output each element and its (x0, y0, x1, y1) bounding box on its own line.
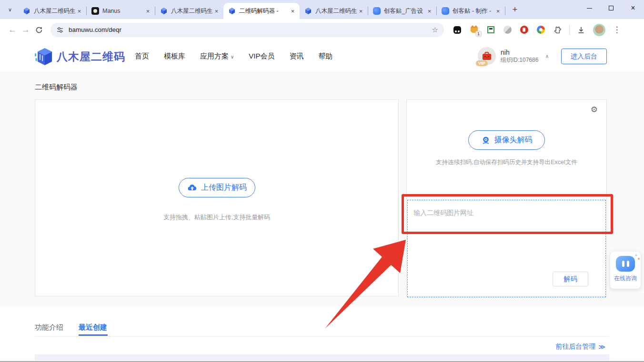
tab-recently-created[interactable]: 最近创建 (79, 323, 107, 332)
tab-search-button[interactable]: ∨ (4, 3, 16, 16)
browser-tab-active[interactable]: 二维码解码器 - × (223, 3, 300, 19)
darkreader-icon (453, 26, 461, 34)
nav-item-label: 应用方案 (200, 52, 229, 60)
reload-icon (35, 26, 43, 34)
nav-item-solutions[interactable]: 应用方案∨ (200, 52, 234, 61)
forward-button[interactable]: → (19, 23, 32, 37)
chevron-down-icon: ∨ (231, 54, 234, 59)
tab-title: 创客贴 - 制作 - (453, 7, 494, 15)
download-icon (577, 26, 585, 34)
upload-hint: 支持拖拽、粘贴图片上传,支持批量解码 (35, 213, 398, 222)
minimize-button[interactable] (578, 0, 600, 16)
chat-widget-label: 在线咨询 (610, 274, 641, 283)
screenshot-icon (487, 26, 494, 33)
user-avatar[interactable]: VIP (478, 47, 496, 65)
manus-icon (91, 7, 99, 15)
close-icon[interactable]: × (494, 7, 502, 15)
online-chat-widget[interactable]: 在线咨询 (610, 252, 641, 289)
qr-url-input[interactable] (413, 207, 597, 218)
address-bar[interactable]: ☆ (50, 23, 444, 37)
extensions-menu-button[interactable] (553, 25, 562, 35)
darkreader-extension-icon[interactable] (453, 25, 462, 35)
url-input[interactable] (69, 26, 432, 33)
tab-title: 八木屋二维码生 (315, 7, 357, 15)
close-icon[interactable]: × (425, 7, 433, 15)
new-tab-button[interactable]: + (509, 3, 521, 16)
puzzle-icon (553, 26, 562, 34)
browser-tab[interactable]: 创客贴_广告设 × (368, 3, 436, 19)
site-logo-text: 八木屋二维码 (57, 49, 125, 64)
nav-item-home[interactable]: 首页 (135, 52, 149, 61)
adblock-extension-icon[interactable] (519, 25, 529, 35)
browser-window: ∨ 八木屋二维码生 × Manus × 八木屋二维码生 × 二维码解码器 - ×… (0, 0, 644, 362)
bamuwu-cube-icon (228, 7, 236, 15)
maximize-button[interactable] (600, 0, 622, 16)
goto-backend-label: 前往后台管理 (555, 342, 595, 351)
chuangkit-icon (442, 7, 449, 15)
chat-robot-icon (616, 256, 635, 272)
chuangkit-icon (373, 7, 381, 15)
site-info-icon[interactable] (56, 26, 64, 34)
nav-item-help[interactable]: 帮助 (319, 52, 333, 61)
close-icon[interactable]: × (144, 7, 152, 15)
browser-tab[interactable]: 八木屋二维码生 × (155, 3, 223, 19)
browser-tab[interactable]: Manus × (87, 3, 155, 19)
chevron-up-icon[interactable]: ∧ (545, 53, 549, 59)
user-meta: nih 组织ID:107686 (501, 49, 538, 64)
window-controls: × (578, 0, 644, 16)
extension-badge: 1 (475, 31, 482, 37)
camera-decode-button[interactable]: 摄像头解码 (468, 130, 545, 150)
decode-button[interactable]: 解码 (553, 272, 588, 286)
browser-tab[interactable]: 创客贴 - 制作 - × (437, 3, 505, 19)
colorful-extension-icon[interactable] (536, 25, 545, 35)
screenshot-extension-icon[interactable] (486, 25, 495, 35)
gear-icon[interactable]: ⚙ (591, 105, 598, 115)
upload-image-decode-button[interactable]: 上传图片解码 (179, 178, 255, 197)
close-icon[interactable]: × (289, 7, 297, 15)
chevron-down-icon: ∨ (8, 7, 12, 13)
extensions-row: 1 (453, 25, 562, 35)
close-icon: × (631, 4, 635, 12)
browser-tab[interactable]: 八木屋二维码生 × (300, 3, 368, 19)
close-icon[interactable]: × (357, 7, 365, 15)
nav-item-templates[interactable]: 模板库 (164, 52, 185, 61)
close-icon[interactable]: × (75, 7, 83, 15)
user-org-id: 组织ID:107686 (501, 57, 538, 64)
gray-extension-icon[interactable] (503, 25, 512, 35)
monkey-extension-icon[interactable]: 1 (469, 25, 479, 35)
tab-title: 二维码解码器 - (239, 7, 289, 15)
tab-separator (505, 7, 505, 15)
close-window-button[interactable]: × (622, 0, 644, 16)
vip-badge: VIP (476, 60, 488, 66)
minimize-icon (587, 8, 592, 9)
goto-backend-link[interactable]: 前往后台管理 ≫ (555, 342, 605, 351)
browser-profile-avatar[interactable] (593, 24, 605, 36)
tabs-divider (35, 336, 609, 337)
user-area[interactable]: VIP nih 组织ID:107686 ∧ (478, 40, 549, 72)
enter-backend-button[interactable]: 进入后台 (561, 49, 607, 64)
site-logo[interactable]: 八木屋二维码 (35, 47, 125, 66)
tab-feature-intro[interactable]: 功能介绍 (35, 323, 63, 332)
bookmark-star-icon[interactable]: ☆ (432, 26, 438, 34)
upload-decode-panel[interactable]: 上传图片解码 支持拖拽、粘贴图片上传,支持批量解码 (35, 99, 399, 296)
camera-button-label: 摄像头解码 (494, 135, 533, 145)
active-tab-underline (79, 334, 108, 336)
sparkle-icon (634, 254, 638, 257)
downloads-button[interactable] (576, 25, 586, 35)
nav-item-news[interactable]: 资讯 (290, 52, 304, 61)
cloud-upload-icon (187, 183, 197, 193)
nav-item-vip[interactable]: VIP会员 (249, 52, 274, 61)
reload-button[interactable] (32, 23, 46, 37)
tab-title: 创客贴_广告设 (384, 7, 425, 15)
recent-table-header (35, 354, 609, 361)
browser-tab[interactable]: 八木屋二维码生 × (18, 3, 86, 19)
bamuwu-cube-icon (304, 7, 312, 15)
tab-title: 八木屋二维码生 (34, 7, 75, 15)
close-icon[interactable]: × (212, 7, 221, 15)
bamuwu-logo-icon (35, 47, 53, 66)
page-content: 二维码解码器 上传图片解码 支持拖拽、粘贴图片上传,支持批量解码 ⚙ 摄像头解码… (0, 72, 644, 362)
tab-strip: ∨ 八木屋二维码生 × Manus × 八木屋二维码生 × 二维码解码器 - ×… (0, 0, 644, 19)
back-button[interactable]: ← (6, 23, 19, 37)
tab-title: 八木屋二维码生 (171, 7, 212, 15)
browser-menu-button[interactable]: ⋮ (611, 25, 623, 35)
